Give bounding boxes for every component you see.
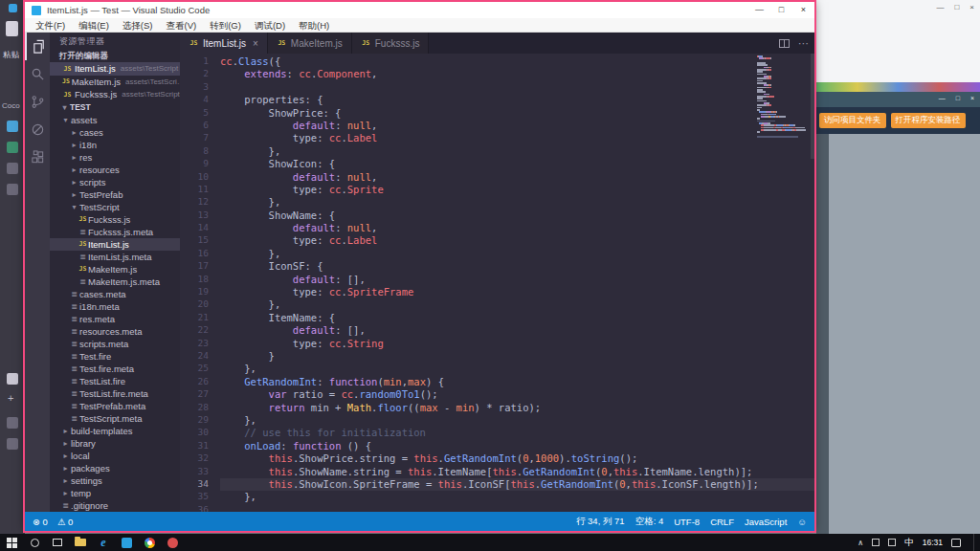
tree-item[interactable]: JSItemList.js	[50, 238, 180, 251]
minimize-button[interactable]: —	[936, 3, 944, 11]
tree-item[interactable]: ▾TestScript	[50, 201, 180, 213]
tab-MakeItem.js[interactable]: JSMakeItem.js	[268, 33, 352, 54]
close-icon[interactable]: ×	[253, 38, 258, 49]
maximize-button[interactable]: □	[770, 2, 792, 18]
tree-item[interactable]: ≣cases.meta	[50, 288, 180, 300]
tree-item[interactable]: ▸TestPrefab	[50, 188, 180, 201]
tab-ItemList.js[interactable]: JSItemList.js×	[180, 33, 268, 54]
tree-item[interactable]: ≣scripts.meta	[50, 338, 180, 350]
background-tool-icon[interactable]	[7, 417, 18, 429]
tree-item[interactable]: JSMakeItem.js	[50, 263, 180, 276]
workspace-root[interactable]: ▾ TEST	[50, 101, 180, 114]
source-control-icon[interactable]	[25, 88, 50, 116]
tree-item[interactable]: ▸library	[50, 437, 180, 450]
menu-item[interactable]: 文件(F)	[29, 18, 72, 33]
code-editor[interactable]: 1234567891011121314151617181920212223242…	[180, 54, 814, 512]
tree-item[interactable]: ▸build-templates	[50, 425, 180, 437]
start-button[interactable]	[0, 534, 23, 551]
tree-item[interactable]: ≣MakeItem.js.meta	[50, 276, 180, 288]
status-item[interactable]: JavaScript	[745, 517, 787, 527]
tree-item[interactable]: ≣ItemList.js.meta	[50, 251, 180, 263]
minimize-button[interactable]: —	[939, 95, 946, 101]
bg-button[interactable]: 打开程序安装路径	[891, 113, 966, 128]
show-desktop-button[interactable]	[973, 534, 976, 551]
maximize-button[interactable]: □	[956, 95, 960, 101]
menu-item[interactable]: 编辑(E)	[72, 18, 116, 33]
taskbar-search-icon[interactable]	[23, 534, 46, 551]
tree-item[interactable]: ≣TestScript.meta	[50, 412, 180, 425]
tree-item[interactable]: ≣.gitignore	[50, 499, 180, 512]
chrome-icon[interactable]	[138, 534, 161, 551]
maximize-button[interactable]: □	[954, 3, 959, 11]
menu-item[interactable]: 转到(G)	[203, 18, 248, 33]
tree-item[interactable]: ≣Test.fire.meta	[50, 363, 180, 375]
tree-item[interactable]: ▸local	[50, 450, 180, 462]
edge-icon[interactable]: e	[92, 534, 115, 551]
more-actions-icon[interactable]: ⋯	[798, 33, 809, 54]
minimap[interactable]	[757, 55, 811, 138]
tray-expand-icon[interactable]: ∧	[858, 539, 863, 547]
tree-item[interactable]: ▸resources	[50, 164, 180, 176]
close-button[interactable]: ×	[970, 95, 974, 101]
background-tool-icon[interactable]	[7, 121, 18, 132]
bg-button[interactable]: 访问项目文件夹	[819, 113, 886, 128]
status-item[interactable]: 空格: 4	[635, 516, 664, 528]
vscode-taskbar-icon[interactable]	[115, 534, 138, 551]
menu-item[interactable]: 查看(V)	[159, 18, 203, 33]
close-button[interactable]: ×	[969, 3, 974, 11]
volume-icon[interactable]	[888, 539, 896, 546]
background-tool-icon[interactable]	[7, 163, 18, 174]
tree-item[interactable]: ≣TestPrefab.meta	[50, 400, 180, 412]
editor-scrollbar[interactable]	[811, 54, 814, 159]
open-editor-item[interactable]: JSItemList.jsassets\TestScript	[50, 62, 180, 76]
action-center-icon[interactable]	[951, 539, 961, 547]
search-icon[interactable]	[25, 60, 50, 88]
titlebar[interactable]: ItemList.js — Test — Visual Studio Code …	[25, 2, 814, 18]
app-icon[interactable]	[161, 534, 184, 551]
status-item[interactable]: UTF-8	[674, 517, 700, 527]
ime-indicator[interactable]: 中	[904, 537, 914, 549]
menu-item[interactable]: 帮助(H)	[292, 18, 336, 33]
status-item[interactable]: 行 34, 列 71	[576, 516, 625, 528]
task-view-icon[interactable]	[46, 534, 69, 551]
background-tool-icon[interactable]	[7, 142, 18, 153]
status-item[interactable]: ☺	[797, 517, 807, 527]
tree-item[interactable]: ≣res.meta	[50, 313, 180, 325]
problems-errors[interactable]: ⊗ 0	[33, 517, 48, 527]
tree-item[interactable]: ▸res	[50, 151, 180, 164]
problems-warnings[interactable]: ⚠ 0	[57, 517, 73, 527]
open-editor-item[interactable]: JSMakeItem.jsassets\TestScri…	[50, 76, 180, 89]
tree-item[interactable]: ▸packages	[50, 462, 180, 474]
tree-item[interactable]: ▾assets	[50, 114, 180, 126]
tree-item[interactable]: ▸temp	[50, 487, 180, 499]
paste-icon[interactable]	[6, 21, 18, 36]
file-explorer-icon[interactable]	[69, 534, 92, 551]
menu-item[interactable]: 选择(S)	[116, 18, 160, 33]
explorer-icon[interactable]	[25, 33, 50, 60]
menu-item[interactable]: 调试(D)	[248, 18, 292, 33]
taskbar-clock[interactable]: 16:31	[923, 538, 943, 547]
tree-item[interactable]: ▸settings	[50, 474, 180, 487]
open-editor-item[interactable]: JSFucksss.jsassets\TestScript	[50, 88, 180, 101]
add-icon[interactable]: +	[8, 392, 13, 404]
tree-item[interactable]: JSFucksss.js	[50, 213, 180, 226]
minimize-button[interactable]: —	[748, 2, 770, 18]
close-button[interactable]: ×	[792, 2, 814, 18]
background-tool-icon[interactable]	[7, 184, 18, 195]
tree-item[interactable]: ≣Test.fire	[50, 350, 180, 363]
tree-item[interactable]: ≣Fucksss.js.meta	[50, 226, 180, 238]
tree-item[interactable]: ≣resources.meta	[50, 325, 180, 338]
split-editor-icon[interactable]	[779, 39, 790, 48]
tab-Fucksss.js[interactable]: JSFucksss.js	[352, 33, 430, 54]
tree-item[interactable]: ≣i18n.meta	[50, 300, 180, 313]
tree-item[interactable]: ▸scripts	[50, 176, 180, 188]
tree-item[interactable]: ≣TestList.fire	[50, 375, 180, 387]
tree-item[interactable]: ≣TestList.fire.meta	[50, 387, 180, 400]
open-editors-header[interactable]: 打开的编辑器	[50, 50, 180, 62]
background-tool-icon[interactable]	[7, 438, 18, 450]
tree-item[interactable]: ▸i18n	[50, 139, 180, 151]
extensions-icon[interactable]	[25, 143, 50, 171]
background-tool-icon[interactable]	[7, 373, 18, 385]
tree-item[interactable]: ▸cases	[50, 126, 180, 139]
status-item[interactable]: CRLF	[710, 517, 734, 527]
